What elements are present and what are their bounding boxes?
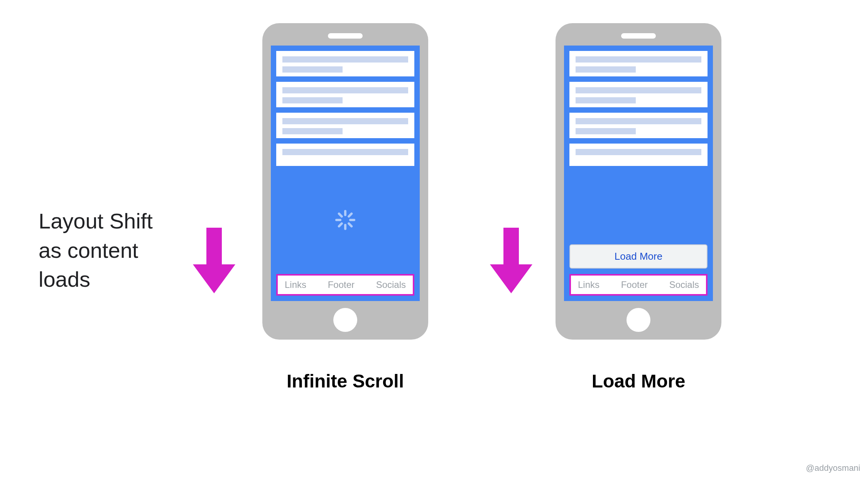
footer-bar: Links Footer Socials xyxy=(569,274,708,296)
content-card-partial xyxy=(276,144,414,166)
content-card xyxy=(276,51,414,76)
phone-load-more: Load More Links Footer Socials xyxy=(556,23,721,340)
skeleton-line xyxy=(282,66,343,73)
layout-shift-arrow-right xyxy=(490,228,532,293)
content-card xyxy=(569,51,708,76)
content-card xyxy=(276,113,414,138)
skeleton-line xyxy=(576,87,701,93)
layout-shift-label: Layout Shift as content loads xyxy=(39,206,153,294)
content-card xyxy=(569,82,708,107)
phone-screen: Links Footer Socials xyxy=(271,46,420,301)
home-button[interactable] xyxy=(627,308,650,332)
content-card xyxy=(276,82,414,107)
footer-link-footer[interactable]: Footer xyxy=(621,279,648,290)
home-button[interactable] xyxy=(333,308,357,332)
skeleton-line xyxy=(282,118,408,124)
content-card xyxy=(569,113,708,138)
skeleton-line xyxy=(282,87,408,93)
caption-infinite-scroll: Infinite Scroll xyxy=(262,370,428,392)
phone-infinite-scroll: Links Footer Socials xyxy=(262,23,428,340)
skeleton-line xyxy=(282,56,408,63)
credit-handle: @addyosmani xyxy=(806,463,860,473)
spinner-icon xyxy=(335,210,355,230)
label-line-3: loads xyxy=(39,265,153,294)
skeleton-line xyxy=(282,149,408,155)
footer-link-footer[interactable]: Footer xyxy=(328,279,355,290)
footer-link-socials[interactable]: Socials xyxy=(376,279,406,290)
skeleton-line xyxy=(282,97,343,103)
label-line-2: as content xyxy=(39,236,153,265)
skeleton-line xyxy=(576,149,701,155)
skeleton-line xyxy=(576,66,636,73)
content-card-partial xyxy=(569,144,708,166)
skeleton-line xyxy=(282,128,343,134)
caption-load-more: Load More xyxy=(556,370,721,392)
phone-screen: Load More Links Footer Socials xyxy=(564,46,713,301)
footer-bar: Links Footer Socials xyxy=(276,274,414,296)
phone-speaker xyxy=(328,33,363,39)
footer-link-socials[interactable]: Socials xyxy=(669,279,699,290)
skeleton-line xyxy=(576,128,636,134)
layout-shift-arrow-left xyxy=(193,228,235,293)
load-more-button[interactable]: Load More xyxy=(569,244,708,269)
phone-speaker xyxy=(621,33,656,39)
loading-zone xyxy=(276,171,414,269)
footer-link-links[interactable]: Links xyxy=(578,279,599,290)
label-line-1: Layout Shift xyxy=(39,206,153,236)
footer-link-links[interactable]: Links xyxy=(285,279,306,290)
skeleton-line xyxy=(576,56,701,63)
skeleton-line xyxy=(576,97,636,103)
skeleton-line xyxy=(576,118,701,124)
